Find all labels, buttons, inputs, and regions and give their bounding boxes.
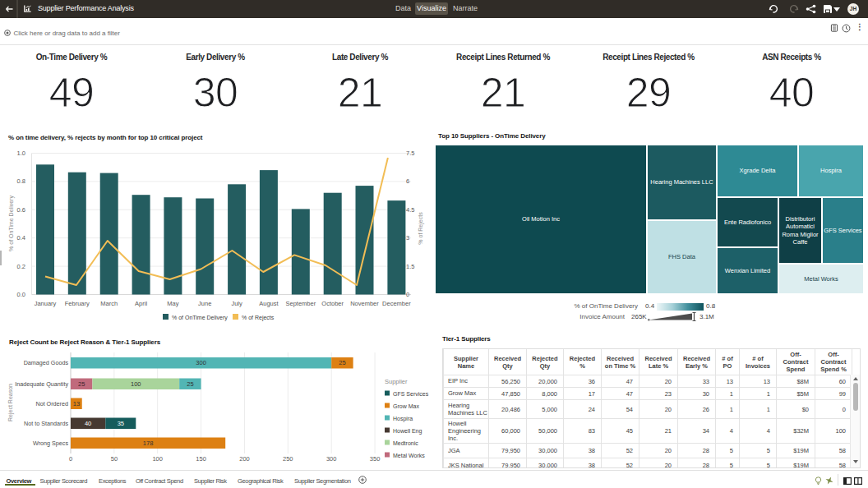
svg-text:% of Rejects: % of Rejects xyxy=(418,212,424,245)
svg-text:6: 6 xyxy=(406,177,409,185)
svg-text:May: May xyxy=(167,300,178,307)
svg-text:3: 3 xyxy=(406,234,409,242)
svg-text:% on time delivery, % rejects: % on time delivery, % rejects by month f… xyxy=(8,134,203,141)
svg-text:25: 25 xyxy=(78,380,85,388)
svg-text:Reject Count be Reject Reason: Reject Count be Reject Reason & Tier-1 S… xyxy=(9,338,161,346)
svg-text:7.5: 7.5 xyxy=(406,150,414,157)
svg-text:April: April xyxy=(135,300,147,307)
svg-text:0.8: 0.8 xyxy=(17,177,25,185)
svg-text:0.0: 0.0 xyxy=(17,291,25,298)
svg-text:350: 350 xyxy=(370,455,381,463)
svg-text:35: 35 xyxy=(118,420,124,427)
svg-text:Metal Works: Metal Works xyxy=(393,453,425,458)
svg-text:0.2: 0.2 xyxy=(17,263,25,270)
svg-text:December: December xyxy=(382,300,411,307)
svg-text:178: 178 xyxy=(143,440,154,447)
svg-text:100: 100 xyxy=(131,380,141,388)
svg-text:200: 200 xyxy=(239,455,250,463)
svg-text:4.5: 4.5 xyxy=(406,206,414,214)
svg-text:October: October xyxy=(321,300,344,307)
svg-text:0: 0 xyxy=(406,291,409,298)
svg-text:Inadequate Quantity: Inadequate Quantity xyxy=(15,380,68,388)
svg-text:100: 100 xyxy=(152,455,163,463)
svg-text:Damaged Goods: Damaged Goods xyxy=(24,359,69,366)
svg-text:150: 150 xyxy=(196,455,206,463)
svg-text:November: November xyxy=(350,300,379,307)
svg-text:0.4: 0.4 xyxy=(17,234,25,242)
svg-text:GFS Services: GFS Services xyxy=(393,391,429,397)
svg-text:40: 40 xyxy=(85,420,91,427)
svg-text:300: 300 xyxy=(196,359,206,366)
svg-text:February: February xyxy=(65,300,90,307)
svg-text:Wrong Specs: Wrong Specs xyxy=(33,440,68,447)
svg-text:September: September xyxy=(285,300,316,307)
svg-text:25: 25 xyxy=(187,380,193,388)
svg-text:% of OnTime Delivery: % of OnTime Delivery xyxy=(172,315,228,321)
svg-text:Supplier: Supplier xyxy=(385,378,408,385)
svg-text:250: 250 xyxy=(283,455,293,463)
svg-text:Howell Eng: Howell Eng xyxy=(393,428,422,435)
svg-text:July: July xyxy=(231,300,242,307)
svg-text:300: 300 xyxy=(326,455,337,463)
svg-text:Reject Reason: Reject Reason xyxy=(7,384,14,421)
svg-text:% of Rejects: % of Rejects xyxy=(242,315,275,321)
svg-text:January: January xyxy=(35,300,57,307)
svg-text:1.5: 1.5 xyxy=(406,263,414,270)
svg-text:August: August xyxy=(259,300,279,307)
svg-text:Not Ordered: Not Ordered xyxy=(35,400,68,407)
svg-text:Grow Max: Grow Max xyxy=(393,403,419,409)
svg-text:1.0: 1.0 xyxy=(17,150,25,157)
svg-text:0.6: 0.6 xyxy=(17,206,25,214)
svg-text:% of OnTime Delivery: % of OnTime Delivery xyxy=(8,196,15,251)
svg-text:25: 25 xyxy=(339,359,345,366)
svg-text:13: 13 xyxy=(73,400,80,407)
svg-text:0: 0 xyxy=(69,455,72,463)
svg-text:50: 50 xyxy=(111,455,118,463)
svg-text:Not to Standards: Not to Standards xyxy=(24,420,68,427)
svg-text:Medtronic: Medtronic xyxy=(393,440,418,446)
svg-text:Hospira: Hospira xyxy=(393,416,413,422)
svg-text:March: March xyxy=(100,300,118,307)
svg-text:June: June xyxy=(198,300,211,307)
